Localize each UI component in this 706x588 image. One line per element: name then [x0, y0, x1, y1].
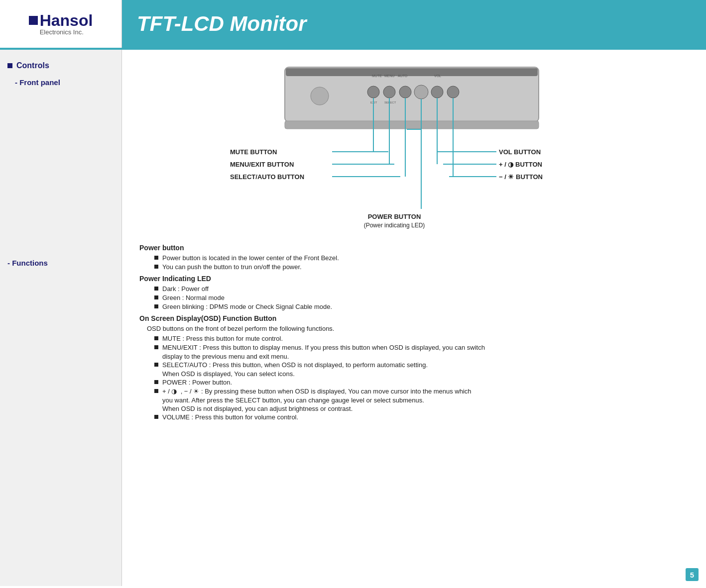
sidebar-item-controls: Controls	[0, 57, 121, 74]
bullet-icon	[154, 304, 158, 308]
osd-sub: OSD buttons on the front of bezel perfor…	[139, 325, 691, 332]
logo-brand: Hansol	[40, 12, 93, 28]
svg-text:SELECT: SELECT	[384, 101, 396, 104]
bullet-icon	[154, 265, 158, 269]
svg-text:MENU/EXIT BUTTON: MENU/EXIT BUTTON	[230, 161, 294, 168]
header: Hansol Electronics Inc. TFT-LCD Monitor	[0, 0, 706, 50]
functions-section: Power button Power button is located in …	[137, 244, 691, 421]
sidebar-item-front-panel: - Front panel	[0, 74, 121, 91]
osd-bullet-select: SELECT/AUTO : Press this button, when OS…	[139, 361, 691, 369]
svg-text:+ /  ◑  BUTTON: + / ◑ BUTTON	[499, 161, 542, 168]
svg-rect-1	[286, 68, 538, 76]
sidebar-item-functions: - Functions	[0, 255, 121, 271]
power-button-bullet-1: Power button is located in the lower cen…	[139, 254, 691, 262]
osd-bullet-plusminus: + / ◑ , − / ☀ : By pressing these button…	[139, 388, 691, 395]
power-led-bullet-1: Dark : Power off	[139, 285, 691, 293]
osd-bullet-power: POWER : Power button.	[139, 379, 691, 386]
osd-bullet-mute: MUTE : Press this button for mute contro…	[139, 335, 691, 342]
svg-point-13	[447, 86, 459, 98]
svg-rect-2	[285, 121, 539, 129]
svg-text:VOL: VOL	[434, 74, 441, 78]
power-led-bullet-3: Green blinking : DPMS mode or Check Sign…	[139, 303, 691, 310]
svg-point-3	[311, 87, 329, 105]
svg-text:MUTE BUTTON: MUTE BUTTON	[230, 148, 277, 156]
svg-text:VOL BUTTON: VOL BUTTON	[499, 148, 541, 156]
osd-heading: On Screen Display(OSD) Function Button	[139, 314, 691, 322]
svg-text:(Power indicating LED): (Power indicating LED)	[363, 222, 425, 229]
title-area: TFT-LCD Monitor	[122, 0, 706, 48]
osd-bullet-plusminus-cont1: you want. After press the SELECT button,…	[139, 396, 691, 404]
logo-sub: Electronics Inc.	[40, 28, 84, 36]
svg-text:MUTE: MUTE	[372, 74, 382, 78]
main-content: MUTE MENU AUTO VOL EXIT SELECT	[122, 50, 706, 586]
page-number: 5	[686, 568, 699, 581]
osd-bullet-menu-cont: display to the previous menu and exit me…	[139, 353, 691, 360]
power-led-heading: Power Indicating LED	[139, 275, 691, 283]
bullet-icon	[154, 345, 158, 349]
bullet-icon	[154, 380, 158, 384]
bullet-icon	[154, 336, 158, 340]
logo: Hansol Electronics Inc.	[29, 12, 93, 36]
svg-text:− / ☀  BUTTON: − / ☀ BUTTON	[499, 173, 543, 181]
svg-point-9	[383, 86, 395, 98]
bullet-icon	[154, 415, 158, 419]
content: Controls - Front panel - Functions MU	[0, 50, 706, 586]
sidebar: Controls - Front panel - Functions	[0, 50, 122, 586]
diagram-svg: MUTE MENU AUTO VOL EXIT SELECT	[220, 60, 608, 239]
logo-area: Hansol Electronics Inc.	[0, 0, 122, 48]
svg-point-8	[367, 86, 379, 98]
svg-text:AUTO: AUTO	[398, 74, 408, 78]
osd-bullet-menu: MENU/EXIT : Press this button to display…	[139, 344, 691, 351]
bullet-icon	[154, 389, 158, 393]
svg-text:SELECT/AUTO BUTTON: SELECT/AUTO BUTTON	[230, 173, 304, 181]
power-button-bullet-2: You can push the button to trun on/off t…	[139, 263, 691, 271]
svg-point-10	[399, 86, 411, 98]
bullet-icon	[154, 295, 158, 299]
monitor-diagram: MUTE MENU AUTO VOL EXIT SELECT	[220, 60, 608, 239]
osd-bullet-volume: VOLUME : Press this button for volume co…	[139, 413, 691, 421]
power-led-bullet-2: Green : Normal mode	[139, 294, 691, 301]
osd-bullet-select-cont: When OSD is displayed, You can select ic…	[139, 370, 691, 378]
svg-text:MENU: MENU	[384, 74, 395, 78]
osd-bullet-plusminus-cont2: When OSD is not displayed, you can adjus…	[139, 405, 691, 412]
svg-point-11	[414, 85, 428, 99]
svg-point-12	[431, 86, 443, 98]
power-button-heading: Power button	[139, 244, 691, 252]
bullet-icon	[154, 363, 158, 367]
controls-icon	[7, 63, 12, 68]
bullet-icon	[154, 287, 158, 291]
svg-text:POWER BUTTON: POWER BUTTON	[367, 213, 421, 220]
page-title: TFT-LCD Monitor	[137, 12, 307, 36]
bullet-icon	[154, 256, 158, 260]
